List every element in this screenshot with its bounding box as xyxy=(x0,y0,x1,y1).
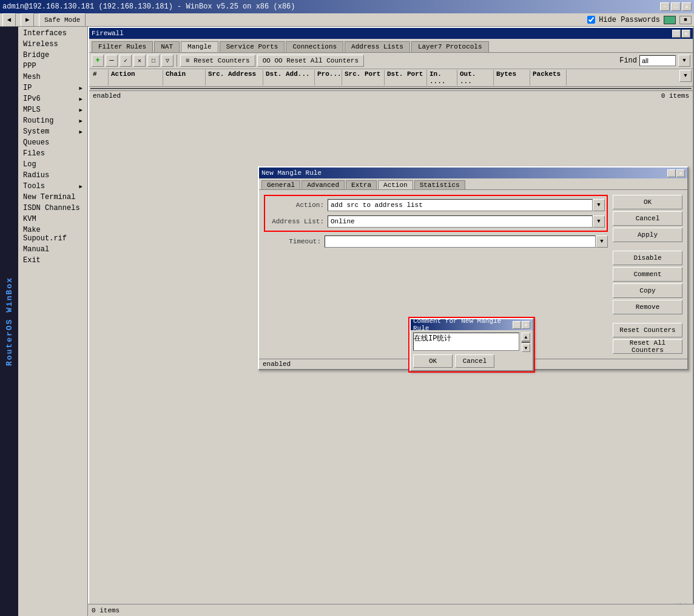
ok-button[interactable]: OK xyxy=(613,195,682,209)
timeout-value xyxy=(325,235,596,248)
close-button[interactable]: ✕ xyxy=(682,2,692,11)
firewall-titlebar: Firewall □ ✕ xyxy=(89,28,693,39)
reset-all-counters-label: OO Reset All Counters xyxy=(274,57,359,64)
mangle-window-title: New Mangle Rule xyxy=(261,169,322,177)
filter-button[interactable]: ▽ xyxy=(161,55,174,67)
item-count-bottom: 0 items xyxy=(92,607,120,614)
mangle-tab-action[interactable]: Action xyxy=(378,180,413,189)
reset-all-counters-button[interactable]: OO OO Reset All Counters xyxy=(257,55,364,67)
enabled-status: enabled xyxy=(93,92,121,100)
firewall-title: Firewall xyxy=(92,30,124,37)
sidebar-item-mpls[interactable]: MPLS▶ xyxy=(18,104,87,115)
action-field-container: Action: add src to address list ▼ Addres… xyxy=(264,195,608,232)
button-spacer-2 xyxy=(613,316,682,321)
tab-layer7[interactable]: Layer7 Protocols xyxy=(411,41,489,52)
reset-counters-button[interactable]: Reset Counters xyxy=(613,323,682,337)
apply-button[interactable]: Apply xyxy=(613,228,682,242)
column-options-button[interactable]: ▼ xyxy=(679,70,692,82)
title-bar-text: admin@192.168.130.181 (192.168.130.181) … xyxy=(2,2,295,11)
comment-button[interactable]: Comment xyxy=(613,267,682,282)
sidebar-item-tools[interactable]: Tools▶ xyxy=(18,181,87,192)
title-bar-buttons: — □ ✕ xyxy=(660,2,692,11)
sidebar-item-ppp[interactable]: PPP xyxy=(18,61,87,72)
title-bar: admin@192.168.130.181 (192.168.130.181) … xyxy=(0,0,694,13)
mangle-close-button[interactable]: ✕ xyxy=(676,169,685,177)
mangle-tab-extra[interactable]: Extra xyxy=(346,180,377,189)
sidebar-item-radius[interactable]: Radius xyxy=(18,170,87,181)
copy-rule-button[interactable]: □ xyxy=(147,55,160,67)
sidebar-item-ipv6[interactable]: IPv6▶ xyxy=(18,93,87,104)
comment-cancel-button[interactable]: Cancel xyxy=(455,354,494,368)
tab-mangle[interactable]: Mangle xyxy=(181,41,218,52)
separator xyxy=(177,55,177,67)
scroll-down-button[interactable]: ▼ xyxy=(522,344,530,352)
sidebar-item-bridge[interactable]: Bridge xyxy=(18,50,87,61)
firewall-table-area xyxy=(90,88,692,89)
disable-rule-button[interactable]: ✕ xyxy=(133,55,146,67)
maximize-button[interactable]: □ xyxy=(671,2,681,11)
tab-address-lists[interactable]: Address Lists xyxy=(345,41,410,52)
address-list-dropdown-button[interactable]: ▼ xyxy=(593,215,605,228)
comment-textarea[interactable]: 在线IP统计 xyxy=(413,333,519,351)
mangle-titlebar: New Mangle Rule □ ✕ xyxy=(259,168,687,178)
reset-all-counters-button[interactable]: Reset All Counters xyxy=(613,339,682,354)
tab-filter-rules[interactable]: Filter Rules xyxy=(92,41,153,52)
action-value: add src to address list xyxy=(328,199,593,211)
sidebar-item-kvm[interactable]: KVM xyxy=(18,214,87,225)
content-area: Firewall □ ✕ Filter Rules NAT Mangle Ser… xyxy=(88,27,694,616)
mangle-tab-statistics[interactable]: Statistics xyxy=(414,180,465,189)
remove-button[interactable]: Remove xyxy=(613,300,682,314)
sidebar-item-exit[interactable]: Exit xyxy=(18,255,87,266)
action-dropdown-button[interactable]: ▼ xyxy=(593,199,605,211)
add-rule-button[interactable]: + xyxy=(92,55,104,67)
comment-title: Comment for New Mangle Rule xyxy=(413,317,513,332)
sidebar-item-routing[interactable]: Routing▶ xyxy=(18,115,87,126)
comment-close-button[interactable]: ✕ xyxy=(522,321,530,329)
hide-passwords-checkbox[interactable] xyxy=(587,16,595,24)
col-bytes: Bytes xyxy=(494,70,530,86)
col-dst-port: Dst. Port xyxy=(385,70,427,86)
remove-rule-button[interactable]: — xyxy=(106,55,118,67)
sidebar-item-ip[interactable]: IP▶ xyxy=(18,83,87,93)
find-input[interactable] xyxy=(639,55,676,66)
comment-restore-button[interactable]: □ xyxy=(513,321,521,329)
forward-button[interactable]: ► xyxy=(21,13,34,27)
timeout-dropdown-button[interactable]: ▼ xyxy=(596,235,608,248)
item-count: 0 items xyxy=(661,92,689,100)
firewall-restore-button[interactable]: □ xyxy=(672,30,681,38)
find-dropdown-button[interactable]: ▼ xyxy=(678,55,690,67)
col-chain: Chain xyxy=(163,70,206,86)
sidebar-item-files[interactable]: Files xyxy=(18,148,87,159)
enable-rule-button[interactable]: ✓ xyxy=(120,55,132,67)
safe-mode-button[interactable]: Safe Mode xyxy=(39,13,86,27)
cancel-button[interactable]: Cancel xyxy=(613,211,682,226)
sidebar-item-manual[interactable]: Manual xyxy=(18,244,87,255)
tab-nat[interactable]: NAT xyxy=(154,41,180,52)
tab-connections[interactable]: Connections xyxy=(286,41,343,52)
col-dst-addr: Dst. Add... xyxy=(263,70,315,86)
mangle-tab-advanced[interactable]: Advanced xyxy=(302,180,345,189)
sidebar-item-interfaces[interactable]: Interfaces xyxy=(18,28,87,39)
disable-button[interactable]: Disable xyxy=(613,251,682,265)
sidebar-item-isdn[interactable]: ISDN Channels xyxy=(18,203,87,214)
comment-ok-button[interactable]: OK xyxy=(413,354,453,368)
reset-counters-button[interactable]: ≡ Reset Counters xyxy=(180,55,255,67)
minimize-button[interactable]: — xyxy=(660,2,670,11)
mangle-restore-button[interactable]: □ xyxy=(667,169,676,177)
sidebar-item-log[interactable]: Log xyxy=(18,159,87,170)
col-src-port: Src. Port xyxy=(342,70,385,86)
sidebar-item-queues[interactable]: Queues xyxy=(18,137,87,148)
sidebar-item-new-terminal[interactable]: New Terminal xyxy=(18,192,87,203)
sidebar-item-system[interactable]: System▶ xyxy=(18,126,87,137)
firewall-window-buttons: □ ✕ xyxy=(672,30,690,38)
scroll-up-button[interactable]: ▲ xyxy=(522,333,530,341)
back-button[interactable]: ◄ xyxy=(2,13,16,27)
scroll-thumb xyxy=(522,342,530,343)
tab-service-ports[interactable]: Service Ports xyxy=(220,41,285,52)
mangle-tab-general[interactable]: General xyxy=(261,180,300,189)
copy-button[interactable]: Copy xyxy=(613,283,682,298)
firewall-close-button[interactable]: ✕ xyxy=(682,30,690,38)
sidebar-item-mesh[interactable]: Mesh xyxy=(18,72,87,83)
sidebar-item-supout[interactable]: Make Supout.rif xyxy=(18,225,87,244)
sidebar-item-wireless[interactable]: Wireless xyxy=(18,39,87,50)
